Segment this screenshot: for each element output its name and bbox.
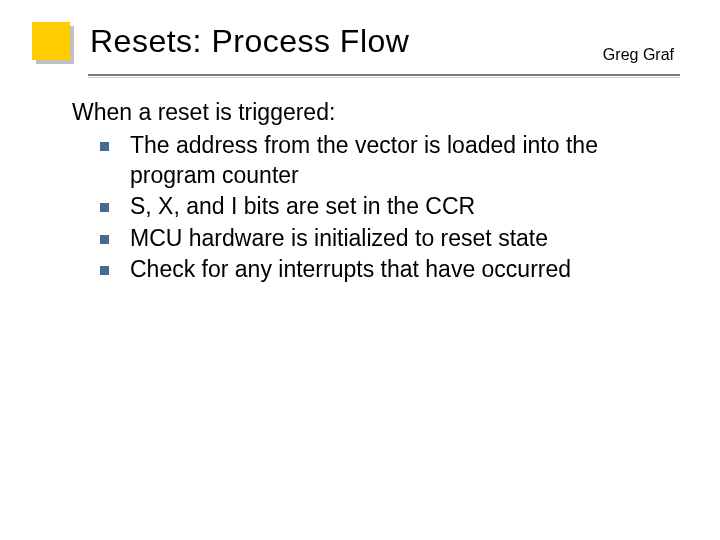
bullet-list: The address from the vector is loaded in… xyxy=(100,131,680,284)
list-item: The address from the vector is loaded in… xyxy=(100,131,680,190)
author-name: Greg Graf xyxy=(603,46,674,64)
bullet-square-icon xyxy=(100,142,109,151)
body-content: When a reset is triggered: The address f… xyxy=(72,98,680,287)
list-item: S, X, and I bits are set in the CCR xyxy=(100,192,680,221)
slide-title: Resets: Process Flow xyxy=(90,22,409,59)
list-item: MCU hardware is initialized to reset sta… xyxy=(100,224,680,253)
title-block: Resets: Process Flow xyxy=(32,22,409,60)
lead-text: When a reset is triggered: xyxy=(72,98,680,127)
list-item-text: Check for any interrupts that have occur… xyxy=(130,256,571,282)
bullet-square-icon xyxy=(100,203,109,212)
list-item-text: The address from the vector is loaded in… xyxy=(130,132,598,187)
bullet-square-icon xyxy=(100,235,109,244)
title-underline xyxy=(88,74,680,76)
list-item: Check for any interrupts that have occur… xyxy=(100,255,680,284)
slide: Resets: Process Flow Greg Graf When a re… xyxy=(0,0,720,540)
list-item-text: MCU hardware is initialized to reset sta… xyxy=(130,225,548,251)
accent-square-icon xyxy=(32,22,70,60)
list-item-text: S, X, and I bits are set in the CCR xyxy=(130,193,475,219)
bullet-square-icon xyxy=(100,266,109,275)
